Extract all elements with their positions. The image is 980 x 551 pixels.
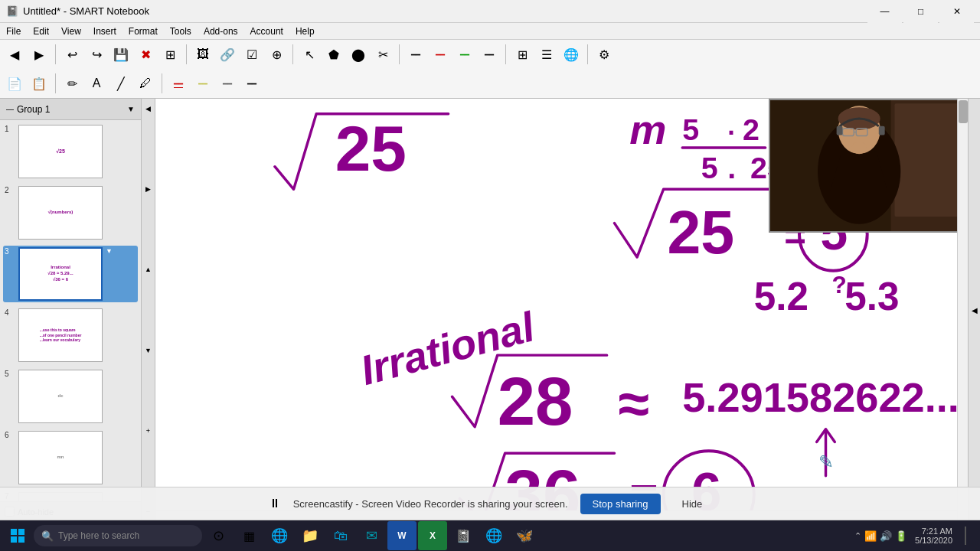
- print-button[interactable]: ✖: [134, 44, 157, 65]
- start-button[interactable]: [3, 521, 32, 550]
- tray-up-arrow[interactable]: ⌃: [854, 531, 861, 541]
- taskbar-taskview[interactable]: ▦: [234, 521, 263, 550]
- hide-button[interactable]: Hide: [673, 494, 712, 514]
- toolbar-area: ◀ ▶ ↩ ↪ 💾 ✖ ⊞ 🖼 🔗 ☑ ⊕ ↖ ⬟ ⬤ ✂ ━━ ━━ ━━ ━…: [0, 40, 980, 99]
- canvas-area[interactable]: .math-stroke { stroke: #8B008B; stroke-w…: [155, 99, 968, 521]
- table-button[interactable]: ⊞: [158, 44, 181, 65]
- menubar: File Edit View Insert Format Tools Add-o…: [0, 23, 980, 40]
- window-controls: — □ ✕: [867, 0, 974, 23]
- slide-num-6: 6: [5, 431, 15, 439]
- nav-previous[interactable]: ◀: [142, 102, 155, 116]
- redo-button[interactable]: ↪: [85, 44, 108, 65]
- list-button[interactable]: ☰: [535, 44, 558, 65]
- svg-text:25: 25: [335, 112, 407, 184]
- scroll-thumb[interactable]: [959, 100, 968, 123]
- taskbar-word[interactable]: W: [387, 521, 416, 550]
- slide-item-6[interactable]: 6 mn: [3, 429, 138, 486]
- svg-text:5: 5: [701, 151, 718, 184]
- svg-text:2: 2: [743, 112, 760, 146]
- stop-sharing-button[interactable]: Stop sharing: [580, 494, 661, 514]
- globe-button[interactable]: 🌐: [560, 44, 583, 65]
- taskbar-explorer[interactable]: 📁: [296, 521, 325, 550]
- grid-button[interactable]: ⊞: [511, 44, 534, 65]
- slide-item-1[interactable]: 1 √25: [3, 123, 138, 180]
- menu-addons[interactable]: Add-ons: [198, 23, 244, 39]
- pen-tool-main[interactable]: ✏: [60, 73, 83, 94]
- left-nav-panel: ◀ ▶ ▲ ▼ + −: [142, 99, 155, 521]
- slides-header: — Group 1 ▼: [0, 99, 141, 120]
- taskbar-edge[interactable]: 🌐: [265, 521, 294, 550]
- settings-button[interactable]: ⚙: [593, 44, 616, 65]
- nav-plus[interactable]: +: [142, 424, 155, 438]
- menu-account[interactable]: Account: [244, 23, 289, 39]
- undo-button[interactable]: ↩: [60, 44, 83, 65]
- image-button[interactable]: 🖼: [191, 44, 214, 65]
- menu-tools[interactable]: Tools: [164, 23, 198, 39]
- line-style1[interactable]: ━━: [167, 73, 190, 94]
- svg-point-37: [851, 142, 867, 154]
- taskbar-cortana[interactable]: ⊙: [204, 521, 233, 550]
- svg-text:5: 5: [682, 112, 699, 146]
- line-style4[interactable]: ━━: [240, 73, 263, 94]
- slide-item-5[interactable]: 5 dc: [3, 368, 138, 425]
- highlight-tool[interactable]: 🖊: [134, 73, 157, 94]
- menu-edit[interactable]: Edit: [27, 23, 55, 39]
- clock[interactable]: 7:21 AM 5/13/2020: [915, 527, 952, 545]
- line-tool3[interactable]: ━━: [453, 44, 476, 65]
- nav-down[interactable]: ▼: [142, 344, 155, 357]
- slide-thumb-3: Irrational√28 ≈ 5.29...√36 = 6: [18, 247, 103, 301]
- shape-tool[interactable]: ⬟: [322, 44, 345, 65]
- eraser-tool[interactable]: ╱: [109, 73, 132, 94]
- menu-file[interactable]: File: [0, 23, 27, 39]
- nav-up[interactable]: ▲: [142, 262, 155, 276]
- search-placeholder: Type here to search: [58, 530, 139, 541]
- line-style2[interactable]: ┅┅: [191, 73, 214, 94]
- save-button[interactable]: 💾: [109, 44, 132, 65]
- menu-format[interactable]: Format: [122, 23, 164, 39]
- line-tool4[interactable]: ━━: [478, 44, 501, 65]
- line-style3[interactable]: ━━: [216, 73, 239, 94]
- slide-thumb-6: mn: [18, 431, 103, 484]
- taskbar-search[interactable]: 🔍 Type here to search: [34, 525, 202, 546]
- toolbar-row1: ◀ ▶ ↩ ↪ 💾 ✖ ⊞ 🖼 🔗 ☑ ⊕ ↖ ⬟ ⬤ ✂ ━━ ━━ ━━ ━…: [0, 40, 980, 69]
- show-desktop-button[interactable]: [954, 521, 977, 550]
- notes-button[interactable]: 📋: [28, 73, 51, 94]
- slide-item-3[interactable]: 3 Irrational√28 ≈ 5.29...√36 = 6 ▼: [3, 246, 138, 302]
- back-button[interactable]: ◀: [3, 44, 26, 65]
- fill-tool[interactable]: ⬤: [347, 44, 370, 65]
- tool-select[interactable]: ↖: [298, 44, 321, 65]
- taskbar-screencastify[interactable]: 🦋: [510, 521, 539, 550]
- taskbar-smartnotebook[interactable]: 📓: [449, 521, 478, 550]
- svg-rect-41: [18, 536, 24, 543]
- taskbar-store[interactable]: 🛍: [326, 521, 355, 550]
- slide-item-4[interactable]: 4 ...use this to square...of one pencil …: [3, 307, 138, 364]
- forward-button[interactable]: ▶: [28, 44, 51, 65]
- line-tool1[interactable]: ━━: [404, 44, 427, 65]
- text-tool[interactable]: A: [85, 73, 108, 94]
- menu-help[interactable]: Help: [289, 23, 321, 39]
- svg-text:✎: ✎: [818, 452, 834, 472]
- close-button[interactable]: ✕: [939, 0, 974, 23]
- slide-item-2[interactable]: 2 √(numbers): [3, 184, 138, 241]
- taskbar-mail[interactable]: ✉: [357, 521, 386, 550]
- right-expand-button[interactable]: ◀: [968, 99, 980, 521]
- cut-tool[interactable]: ✂: [371, 44, 394, 65]
- menu-view[interactable]: View: [55, 23, 87, 39]
- maximize-button[interactable]: □: [903, 0, 938, 23]
- slide-num-3: 3: [5, 247, 15, 256]
- menu-insert[interactable]: Insert: [87, 23, 122, 39]
- svg-text:5.3: 5.3: [844, 275, 899, 318]
- minimize-button[interactable]: —: [867, 0, 902, 23]
- link-button[interactable]: 🔗: [216, 44, 239, 65]
- checkbox-button[interactable]: ☑: [240, 44, 263, 65]
- nav-next[interactable]: ▶: [142, 182, 155, 196]
- line-tool2[interactable]: ━━: [429, 44, 452, 65]
- taskbar: 🔍 Type here to search ⊙ ▦ 🌐 📁 🛍 ✉ W X 📓 …: [0, 520, 980, 551]
- taskbar-excel[interactable]: X: [418, 521, 447, 550]
- svg-rect-35: [837, 126, 843, 135]
- move-button[interactable]: ⊕: [265, 44, 288, 65]
- svg-rect-39: [18, 529, 24, 535]
- doc-button[interactable]: 📄: [3, 73, 26, 94]
- scrollbar-vertical[interactable]: [957, 99, 968, 521]
- taskbar-chrome[interactable]: 🌐: [479, 521, 508, 550]
